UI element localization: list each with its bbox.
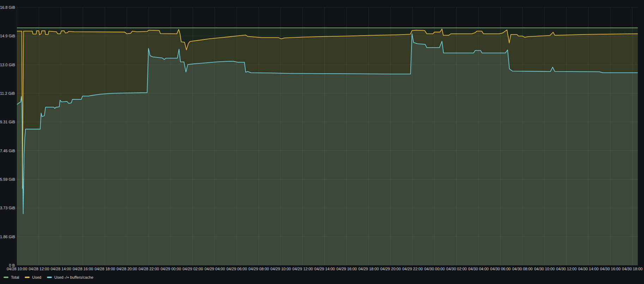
- legend-item-used[interactable]: Used: [25, 275, 41, 279]
- legend-item-total[interactable]: Total: [4, 275, 19, 279]
- y-axis-label: 5.59 GiB: [0, 177, 15, 181]
- memory-usage-panel: 0 B1.86 GiB3.73 GiB5.59 GiB7.45 GiB9.31 …: [0, 0, 644, 284]
- x-axis-label: 04/30 18:00: [618, 267, 644, 271]
- legend-label: Total: [11, 275, 19, 279]
- y-axis-label: 1.86 GiB: [0, 235, 15, 239]
- y-axis-label: 9.31 GiB: [0, 120, 15, 124]
- legend-label: Used: [32, 275, 41, 279]
- y-axis-label: 16.8 GiB: [0, 5, 15, 10]
- legend-label: Used -/+ buffers/cache: [54, 275, 94, 279]
- chart-canvas[interactable]: [0, 0, 644, 284]
- legend-swatch-used: [25, 277, 30, 278]
- y-axis-label: 7.45 GiB: [0, 149, 15, 153]
- legend-swatch-used-buffers-cache: [47, 277, 52, 278]
- y-axis-label: 14.9 GiB: [0, 34, 15, 38]
- y-axis-label: 11.2 GiB: [0, 91, 15, 95]
- y-axis-label: 13.0 GiB: [0, 63, 15, 67]
- legend-swatch-total: [4, 277, 8, 278]
- y-axis-label: 3.73 GiB: [0, 206, 15, 210]
- legend: TotalUsedUsed -/+ buffers/cache: [4, 275, 94, 279]
- legend-item-used-buffers-cache[interactable]: Used -/+ buffers/cache: [47, 275, 94, 279]
